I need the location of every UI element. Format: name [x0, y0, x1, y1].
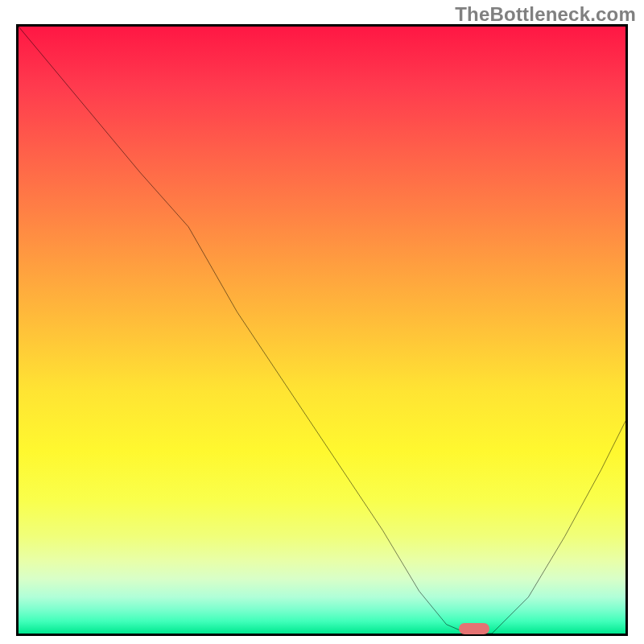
chart-container: TheBottleneck.com: [0, 0, 644, 644]
bottleneck-curve: [19, 27, 625, 634]
plot-area: [16, 24, 628, 636]
watermark-text: TheBottleneck.com: [455, 3, 636, 26]
optimal-marker: [459, 623, 489, 634]
